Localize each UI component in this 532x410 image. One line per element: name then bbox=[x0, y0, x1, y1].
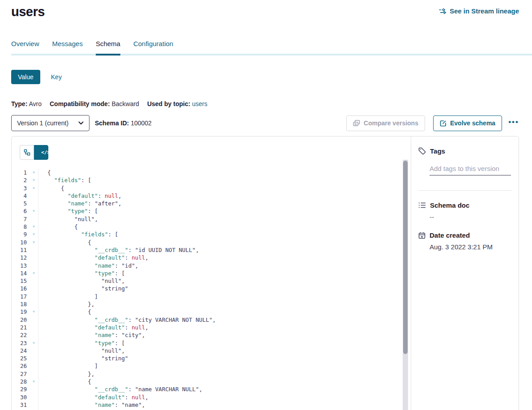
code-line: 17 ] bbox=[12, 293, 411, 300]
fold-gutter bbox=[30, 215, 38, 223]
tab-overview[interactable]: Overview bbox=[11, 40, 39, 56]
code-text: "type": [ bbox=[38, 339, 125, 347]
tab-messages[interactable]: Messages bbox=[52, 40, 83, 56]
fold-toggle-icon[interactable]: ▼ bbox=[30, 339, 38, 347]
fold-gutter bbox=[30, 385, 38, 393]
fold-toggle-icon[interactable]: ▼ bbox=[30, 378, 38, 385]
line-number: 31 bbox=[12, 401, 30, 409]
line-number: 26 bbox=[12, 362, 30, 370]
code-line: 7 "null", bbox=[12, 215, 411, 223]
code-line: 21 "default": null, bbox=[12, 324, 411, 331]
schema-editor: </> 1▼{2▼ "fields": [3▼ {4 "default": nu… bbox=[12, 137, 411, 410]
fold-gutter bbox=[30, 300, 38, 308]
code-text: ] bbox=[38, 293, 98, 300]
line-number: 21 bbox=[12, 324, 30, 331]
schema-id-value: 100002 bbox=[131, 120, 152, 127]
code-line: 3▼ { bbox=[12, 184, 411, 192]
fold-toggle-icon[interactable]: ▼ bbox=[30, 269, 38, 277]
code-text: }, bbox=[38, 300, 94, 308]
code-line: 15 "null", bbox=[12, 277, 411, 285]
tags-input[interactable] bbox=[430, 164, 511, 175]
code-text: { bbox=[38, 223, 78, 231]
fold-toggle-icon[interactable]: ▼ bbox=[30, 239, 38, 246]
code-text: "fields": [ bbox=[38, 231, 118, 238]
code-text: { bbox=[38, 378, 91, 385]
evolve-schema-button[interactable]: Evolve schema bbox=[433, 115, 502, 131]
key-toggle-button[interactable]: Key bbox=[51, 73, 62, 81]
code-text: "default": null, bbox=[38, 393, 149, 401]
tab-schema[interactable]: Schema bbox=[96, 40, 120, 56]
schema-doc-heading-row: Schema doc bbox=[418, 201, 511, 209]
fold-gutter bbox=[30, 200, 38, 207]
code-line: 20 "__crdb__": "city VARCHAR NOT NULL", bbox=[12, 316, 411, 324]
fold-gutter bbox=[30, 401, 38, 409]
code-view-icon: </> bbox=[41, 149, 50, 155]
fold-toggle-icon[interactable]: ▼ bbox=[30, 176, 38, 184]
code-line: 27 }, bbox=[12, 370, 411, 378]
code-line: 10▼ { bbox=[12, 239, 411, 246]
code-view-button[interactable]: </> bbox=[34, 145, 48, 160]
schema-doc-section: Schema doc -- bbox=[418, 201, 511, 221]
code-text: { bbox=[38, 239, 91, 246]
chevron-down-icon bbox=[78, 121, 84, 125]
compatibility-mode-value: Backward bbox=[111, 100, 139, 107]
fold-toggle-icon[interactable]: ▼ bbox=[30, 231, 38, 238]
code-line: 28▼ { bbox=[12, 378, 411, 385]
code-line: 2▼ "fields": [ bbox=[12, 176, 411, 184]
code-line: 1▼{ bbox=[12, 169, 411, 176]
line-number: 24 bbox=[12, 347, 30, 354]
version-select[interactable]: Version 1 (current) bbox=[11, 115, 89, 131]
code-text: ] bbox=[38, 362, 98, 370]
fold-toggle-icon[interactable]: ▼ bbox=[30, 223, 38, 231]
fold-toggle-icon[interactable]: ▼ bbox=[30, 184, 38, 192]
editor-scrollbar-track bbox=[403, 160, 408, 410]
code-text: { bbox=[38, 184, 64, 192]
schema-type: Type: Avro bbox=[11, 100, 42, 107]
compare-versions-button[interactable]: Compare versions bbox=[346, 115, 425, 131]
fold-gutter bbox=[30, 393, 38, 401]
line-number: 8 bbox=[12, 223, 30, 231]
page-header: users See in Stream lineage bbox=[0, 0, 532, 19]
code-line: 29 "__crdb__": "name VARCHAR NULL", bbox=[12, 385, 411, 393]
fold-toggle-icon[interactable]: ▼ bbox=[30, 169, 38, 176]
line-number: 4 bbox=[12, 192, 30, 200]
code-text: }, bbox=[38, 370, 94, 378]
more-actions-button[interactable]: ••• bbox=[508, 118, 519, 128]
tab-bar: Overview Messages Schema Configuration bbox=[11, 40, 532, 56]
line-number: 2 bbox=[12, 176, 30, 184]
stream-lineage-link[interactable]: See in Stream lineage bbox=[439, 7, 519, 15]
tag-icon bbox=[418, 147, 426, 155]
used-by-topic: Used by topic: users bbox=[147, 100, 208, 107]
schema-type-value: Avro bbox=[29, 100, 42, 107]
code-text: "__crdb__": "name VARCHAR NULL", bbox=[38, 385, 202, 393]
evolve-schema-label: Evolve schema bbox=[450, 120, 495, 127]
stream-lineage-label: See in Stream lineage bbox=[450, 7, 519, 15]
topic-link[interactable]: users bbox=[192, 100, 207, 107]
line-number: 16 bbox=[12, 285, 30, 292]
editor-scrollbar-thumb[interactable] bbox=[403, 161, 408, 354]
line-number: 27 bbox=[12, 370, 30, 378]
fold-gutter bbox=[30, 262, 38, 269]
schema-doc-value: -- bbox=[430, 213, 511, 221]
line-number: 13 bbox=[12, 262, 30, 269]
code-text: "name": "name", bbox=[38, 401, 145, 409]
value-toggle-button[interactable]: Value bbox=[11, 70, 40, 84]
fold-toggle-icon[interactable]: ▼ bbox=[30, 308, 38, 316]
schema-sidebar: Tags bbox=[411, 137, 519, 410]
code-line: 13 "name": "id", bbox=[12, 262, 411, 269]
tree-view-button[interactable] bbox=[20, 145, 34, 160]
schema-detail-panel: </> 1▼{2▼ "fields": [3▼ {4 "default": nu… bbox=[11, 136, 519, 410]
code-line: 30 "default": null, bbox=[12, 393, 411, 401]
fold-toggle-icon[interactable]: ▼ bbox=[30, 207, 38, 215]
line-number: 30 bbox=[12, 393, 30, 401]
stream-lineage-icon bbox=[439, 8, 447, 14]
fold-gutter bbox=[30, 293, 38, 300]
code-text: "name": "city", bbox=[38, 331, 145, 339]
tab-configuration[interactable]: Configuration bbox=[133, 40, 173, 56]
fold-gutter bbox=[30, 331, 38, 339]
code-line: 31 "name": "name", bbox=[12, 401, 411, 409]
line-number: 6 bbox=[12, 207, 30, 215]
edit-icon bbox=[440, 120, 447, 127]
code-text: "null", bbox=[38, 347, 125, 354]
fold-gutter bbox=[30, 254, 38, 261]
